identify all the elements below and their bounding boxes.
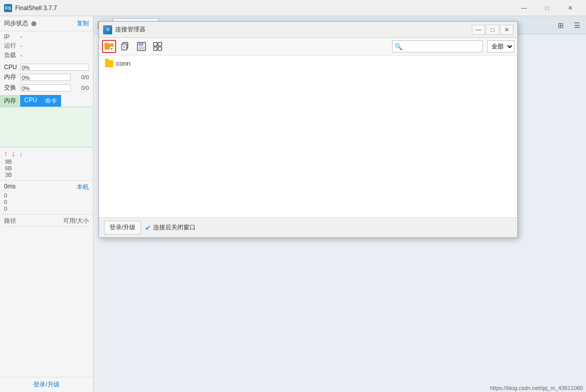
- tab-cpu[interactable]: CPU: [20, 95, 41, 107]
- connection-manager-dialog: ⚙ 连接管理器 — □ ✕: [99, 21, 518, 238]
- svg-rect-10: [158, 42, 162, 46]
- close-after-connect-label: 连接后关闭窗口: [153, 223, 196, 232]
- title-bar: FS FinalShell 3.7.7 — □ ✕: [0, 0, 586, 16]
- latency-val-3: 0: [4, 206, 89, 212]
- content-area: 1 新标签页 × + ⊞ ☰ ⚙ 连接管理器 — □: [93, 16, 586, 392]
- dialog-footer: 登录/升级 ✔ 连接后关闭窗口: [99, 217, 517, 237]
- swap-stat: 交换 0% 0/0: [0, 82, 93, 93]
- sidebar-tabs: 内存 CPU 命令: [0, 95, 93, 107]
- sync-dot: [31, 21, 36, 26]
- network-values: 9B 6B 3B: [4, 159, 89, 178]
- connection-tree: conn: [99, 56, 517, 217]
- swap-value: 0%: [22, 85, 30, 91]
- load-value: -: [20, 52, 22, 59]
- load-label: 负载: [4, 51, 18, 60]
- svg-text:+: +: [110, 46, 113, 52]
- cpu-label: CPU: [4, 64, 18, 71]
- sidebar-login-button[interactable]: 登录/升级: [33, 380, 59, 389]
- copy-connection-button[interactable]: [118, 40, 132, 53]
- dialog-minimize-button[interactable]: —: [472, 25, 485, 35]
- disk-section: 路径 可用/大小: [0, 215, 93, 230]
- net-val-2: 6B: [5, 165, 89, 171]
- search-icon: 🔍: [395, 43, 403, 51]
- cpu-stat: CPU 0%: [0, 63, 93, 72]
- more-icon: ↓: [19, 150, 23, 158]
- url-bar: https://blog.csdn.net/qq_m_43611080: [487, 384, 586, 392]
- swap-label: 交换: [4, 83, 18, 92]
- dialog-close-button[interactable]: ✕: [500, 25, 513, 35]
- close-after-connect-checkbox[interactable]: ✔ 连接后关闭窗口: [145, 223, 196, 232]
- app-title: FinalShell 3.7.7: [15, 5, 512, 12]
- run-label: 运行: [4, 41, 18, 50]
- dialog-content: conn: [99, 56, 517, 217]
- new-connection-button[interactable]: +: [102, 40, 116, 53]
- window-controls: — □ ✕: [512, 0, 582, 16]
- folder-icon: [105, 60, 113, 67]
- close-button[interactable]: ✕: [559, 0, 582, 16]
- login-upgrade-button[interactable]: 登录/升级: [104, 221, 141, 234]
- network-header: ↑ ↓ ↓: [4, 150, 89, 158]
- download-icon: ↓: [12, 150, 15, 158]
- svg-rect-8: [138, 46, 144, 50]
- mem-bar: 0%: [20, 74, 71, 81]
- expand-button[interactable]: [151, 40, 165, 53]
- copy-button[interactable]: 复制: [77, 19, 89, 28]
- ip-value: -: [20, 33, 22, 40]
- latency-val-2: 0: [4, 199, 89, 205]
- app-icon: FS: [4, 4, 12, 12]
- run-row: 运行 -: [4, 41, 89, 50]
- ip-label: IP: [4, 33, 18, 40]
- latency-label: 0ms: [4, 183, 16, 191]
- search-input[interactable]: [404, 43, 480, 50]
- cpu-bar: 0%: [20, 64, 89, 71]
- mem-label: 内存: [4, 73, 18, 81]
- upload-icon: ↑: [4, 150, 8, 158]
- dialog-window-controls: — □ ✕: [472, 25, 513, 35]
- url-text: https://blog.csdn.net/qq_m_43611080: [490, 385, 583, 391]
- tab-memory[interactable]: 内存: [0, 95, 20, 107]
- disk-path-label: 路径: [4, 217, 16, 225]
- mem-value: 0%: [22, 74, 30, 81]
- svg-rect-11: [154, 47, 157, 51]
- minimize-button[interactable]: —: [512, 0, 535, 16]
- dialog-maximize-button[interactable]: □: [486, 25, 499, 35]
- sync-label: 同步状态: [4, 19, 28, 28]
- dialog-title: 连接管理器: [115, 25, 472, 34]
- check-icon: ✔: [145, 224, 151, 232]
- dialog-app-icon: ⚙: [103, 25, 112, 34]
- swap-bar: 0%: [20, 84, 71, 91]
- svg-rect-7: [139, 42, 143, 45]
- maximize-button[interactable]: □: [535, 0, 559, 16]
- dialog-toolbar: +: [99, 38, 517, 56]
- sidebar-footer: 登录/升级: [0, 377, 93, 392]
- sidebar: 同步状态 复制 IP - 运行 - 负载 - CPU 0%: [0, 16, 93, 392]
- mem-ratio: 0/0: [73, 74, 89, 80]
- svg-rect-3: [122, 44, 127, 50]
- server-info: IP - 运行 - 负载 -: [0, 31, 93, 63]
- latency-values: 0 0 0: [4, 192, 89, 212]
- swap-ratio: 0/0: [73, 85, 89, 91]
- latency-local: 本机: [77, 183, 89, 191]
- mem-stat: 内存 0% 0/0: [0, 72, 93, 82]
- load-row: 负载 -: [4, 51, 89, 60]
- main-layout: 同步状态 复制 IP - 运行 - 负载 - CPU 0%: [0, 16, 586, 392]
- net-val-1: 9B: [5, 159, 89, 165]
- disk-size-label: 可用/大小: [63, 217, 89, 225]
- save-button[interactable]: [134, 40, 149, 53]
- chart-area: [0, 107, 93, 148]
- tab-command[interactable]: 命令: [41, 95, 61, 107]
- svg-rect-9: [154, 42, 157, 46]
- network-section: ↑ ↓ ↓ 9B 6B 3B: [0, 148, 93, 181]
- cpu-value: 0%: [22, 64, 30, 71]
- latency-val-1: 0: [4, 192, 89, 199]
- tree-item-conn[interactable]: conn: [103, 59, 513, 68]
- svg-rect-12: [158, 47, 162, 51]
- sync-status-header: 同步状态 复制: [0, 16, 93, 31]
- dialog-overlay: ⚙ 连接管理器 — □ ✕: [93, 16, 586, 392]
- tree-item-label: conn: [116, 60, 130, 67]
- search-box: 🔍: [392, 40, 483, 53]
- filter-select[interactable]: 全部: [487, 40, 514, 53]
- disk-header: 路径 可用/大小: [4, 217, 89, 227]
- run-value: -: [20, 42, 22, 50]
- net-val-3: 3B: [5, 172, 89, 178]
